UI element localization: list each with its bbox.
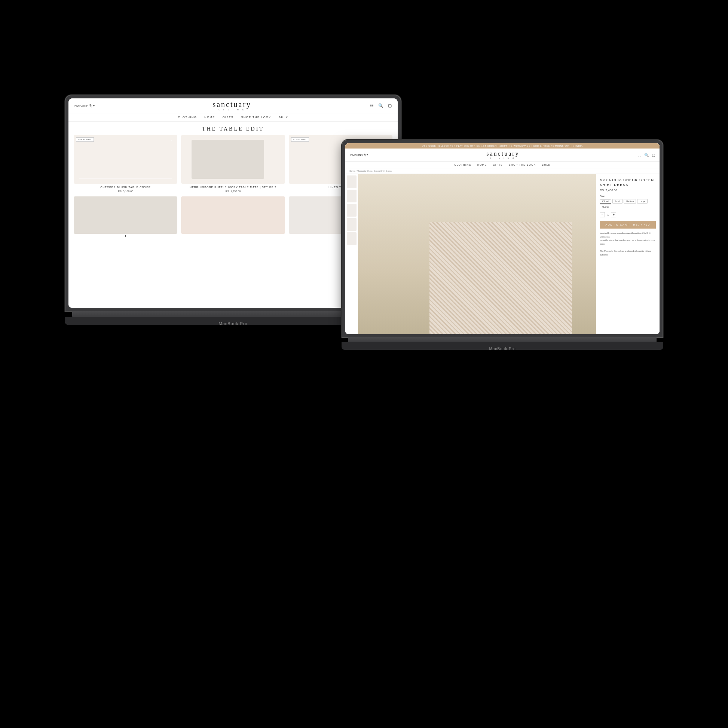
size-large[interactable]: Large [637,199,647,203]
front-nav-home[interactable]: HOME [477,164,487,166]
front-top-bar: INDIA (INR ₹) ▾ sanctuary L I V I N G ☷ … [345,148,659,162]
thumbnail-1[interactable] [347,176,356,188]
front-main-nav: CLOTHING HOME GIFTS SHOP THE LOOK BULK [345,162,659,168]
product-price-1: RS. 5,100.00 [74,190,177,193]
front-laptop: USE CODE HELLO20 FOR FLAT 20% OFF ON 1ST… [341,139,663,387]
product-info-panel: MAGNOLIA CHECK GREEN SHIRT DRESS RS. 7,4… [596,174,659,334]
breadcrumb: Home / Magnolia Check Green Shirt Dress [345,168,659,174]
product-person-image [358,174,596,334]
nav-home[interactable]: HOME [204,116,215,119]
nav-shop-the-look[interactable]: SHOP THE LOOK [241,116,271,119]
size-label: Size: [600,195,656,197]
list-item[interactable]: HERRINGBONE RUFFLE IVORY TABLE MATS | SE… [181,135,285,193]
back-sanctuary-text: sanctuary [213,101,251,108]
front-brand-logo: sanctuary L I V I N G [486,150,519,159]
nav-clothing[interactable]: CLOTHING [178,116,197,119]
product-price-2: RS. 1,750.00 [181,190,285,193]
add-to-cart-button[interactable]: ADD TO CART - RS. 7,450 [600,221,656,229]
chevron-down-icon: ▾ [93,104,95,107]
quantity-value: 1 [607,213,609,217]
page-indicator: 1 [74,235,177,237]
thumbnail-4[interactable] [347,218,356,231]
user-icon[interactable]: ☷ [638,153,641,157]
nav-bulk[interactable]: BULK [279,116,288,119]
front-product-price: RS. 7,450.00 [600,188,656,192]
front-living-text: L I V I N G [486,157,519,159]
sold-out-badge-1: SOLD OUT [76,137,94,142]
thumbnail-5[interactable] [347,232,356,245]
product-page: MAGNOLIA CHECK GREEN SHIRT DRESS RS. 7,4… [345,174,659,334]
product-image-2 [181,135,285,184]
user-icon[interactable]: ☷ [369,103,375,109]
cart-icon[interactable]: ▢ [652,153,655,157]
thumbnail-2[interactable] [347,190,356,202]
back-living-text: L I V I N G [213,109,251,111]
front-nav-bulk[interactable]: BULK [542,164,551,166]
main-product-image [358,174,596,334]
list-item[interactable]: SOLD OUT CHECKER BLUSH TABLE COVER RS. 5… [74,135,177,193]
front-nav-shop-the-look[interactable]: SHOP THE LOOK [509,164,536,166]
product-image-1: SOLD OUT [74,135,177,184]
quantity-row: − 1 + [600,212,656,217]
product-title: MAGNOLIA CHECK GREEN SHIRT DRESS [600,178,656,187]
size-small[interactable]: Small [612,199,622,203]
size-options: XSmall Small Medium Large XLarge [600,199,656,209]
product-name-1: CHECKER BLUSH TABLE COVER [74,185,177,189]
thumbnail-3[interactable] [347,204,356,217]
product-description: Inspired by easy scandinavian silhouette… [600,232,656,257]
front-macbook-label: MacBook Pro [489,347,515,351]
front-nav-gifts[interactable]: GIFTS [493,164,503,166]
front-laptop-screen-bezel: USE CODE HELLO20 FOR FLAT 20% OFF ON 1ST… [345,143,659,334]
nav-gifts[interactable]: GIFTS [223,116,234,119]
list-item[interactable] [181,196,285,237]
product-image-5 [181,196,285,234]
chevron-down-icon: ▾ [367,153,368,156]
product-thumbnails [345,174,358,334]
back-brand-logo: sanctuary L I V I N G [213,101,251,111]
front-region-selector[interactable]: INDIA (INR ₹) ▾ [350,153,368,156]
product-image-4 [74,196,177,234]
back-main-nav: CLOTHING HOME GIFTS SHOP THE LOOK BULK [69,113,398,122]
quantity-decrease[interactable]: − [600,212,605,217]
back-nav-icons: ☷ 🔍 ▢ [369,103,392,109]
quantity-increase[interactable]: + [611,212,616,217]
back-top-bar: INDIA (INR ₹) ▾ sanctuary L I V I N G ☷ … [69,98,398,113]
front-nav-icons: ☷ 🔍 ▢ [638,153,655,157]
back-region-selector[interactable]: INDIA (INR ₹) ▾ [74,104,95,107]
front-screen-content: USE CODE HELLO20 FOR FLAT 20% OFF ON 1ST… [345,143,659,334]
cart-icon[interactable]: ▢ [387,103,392,109]
list-item[interactable]: 1 [74,196,177,237]
announcement-bar: USE CODE HELLO20 FOR FLAT 20% OFF ON 1ST… [345,143,659,148]
front-sanctuary-text: sanctuary [486,150,519,157]
search-icon[interactable]: 🔍 [378,103,384,109]
size-xsmall[interactable]: XSmall [600,199,611,203]
search-icon[interactable]: 🔍 [644,153,649,157]
front-nav-clothing[interactable]: CLOTHING [454,164,471,166]
size-xlarge[interactable]: XLarge [600,205,611,209]
back-macbook-label: MacBook Pro [219,321,247,326]
sold-out-badge-3: SOLD OUT [291,137,309,142]
product-name-2: HERRINGBONE RUFFLE IVORY TABLE MATS | SE… [181,185,285,189]
front-laptop-lid: USE CODE HELLO20 FOR FLAT 20% OFF ON 1ST… [341,139,663,338]
size-medium[interactable]: Medium [624,199,636,203]
back-page-title: THE TABLE EDIT [69,122,398,135]
